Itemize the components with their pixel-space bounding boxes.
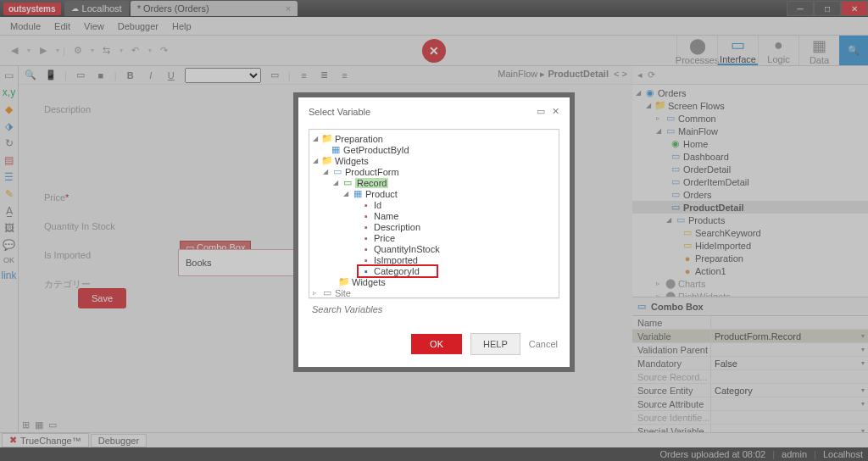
- var-site[interactable]: Site: [335, 288, 351, 298]
- var-productform[interactable]: ProductForm: [345, 167, 399, 177]
- modal-search-input[interactable]: [309, 298, 559, 321]
- modal-close-icon[interactable]: ✕: [552, 106, 559, 117]
- var-record[interactable]: Record: [355, 178, 388, 188]
- var-price[interactable]: Price: [374, 233, 395, 243]
- modal-ok-button[interactable]: OK: [411, 334, 462, 354]
- var-categoryid[interactable]: ▪CategoryId: [357, 264, 438, 278]
- var-preparation[interactable]: Preparation: [335, 134, 383, 144]
- var-widgets2[interactable]: Widgets: [352, 277, 386, 287]
- var-name[interactable]: Name: [374, 211, 398, 221]
- var-widgets[interactable]: Widgets: [335, 156, 369, 166]
- modal-help-button[interactable]: HELP: [470, 333, 520, 355]
- var-id[interactable]: Id: [374, 200, 381, 210]
- var-qis[interactable]: QuantityInStock: [374, 244, 440, 254]
- var-product[interactable]: Product: [365, 189, 398, 199]
- modal-maximize-icon[interactable]: ▭: [537, 106, 545, 117]
- var-getproductbyid[interactable]: GetProductById: [343, 145, 409, 155]
- var-description[interactable]: Description: [374, 222, 420, 232]
- modal-title: Select Variable: [309, 107, 370, 117]
- modal-cancel-button[interactable]: Cancel: [529, 339, 558, 349]
